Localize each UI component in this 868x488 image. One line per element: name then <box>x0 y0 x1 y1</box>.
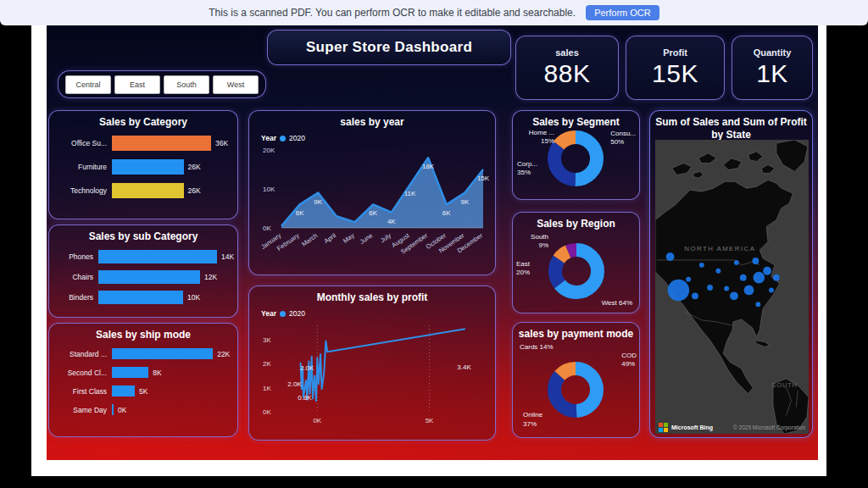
y-axis-tick: 3K <box>263 336 271 344</box>
sales-by-year-chart: 20K10K0K6K9K6K4K11K18K6K9K15KJanuaryFebr… <box>253 143 493 272</box>
data-label: 6K <box>442 209 451 217</box>
bar[interactable] <box>98 270 200 284</box>
donut-label: East20% <box>516 260 530 278</box>
map-bubble[interactable] <box>740 274 747 281</box>
map-bubble[interactable] <box>724 286 729 291</box>
bar-category-label: Standard ... <box>54 350 112 358</box>
map-bubble[interactable] <box>692 292 698 299</box>
map-bubble[interactable] <box>769 287 774 292</box>
x-axis-tick: May <box>342 231 356 245</box>
bar-row: Phones14K <box>49 250 237 263</box>
map-bubble[interactable] <box>715 269 721 274</box>
bar-value-label: 14K <box>221 252 234 261</box>
bar-row: Furniture26K <box>49 159 237 175</box>
map-copyright: © 2025 Microsoft Corporation <box>733 424 805 430</box>
monthly-sales-by-profit-chart: 0K5K3K2K1K0K2.0K2.0K0.8K3.4K <box>253 322 493 437</box>
pdf-page: Super Store Dashboard sales 88K Profit 1… <box>31 25 826 476</box>
map-bubble[interactable] <box>666 252 675 261</box>
donut-label: West 64% <box>602 299 632 308</box>
map-bubble[interactable] <box>773 274 780 281</box>
bar[interactable] <box>98 291 183 304</box>
map-bubble[interactable] <box>753 272 765 284</box>
bar[interactable] <box>112 348 213 359</box>
map-bubble[interactable] <box>668 280 689 302</box>
card-sales-by-segment: Sales by Segment Consu...50%Corp...35%Ho… <box>512 110 640 200</box>
bar[interactable] <box>112 136 211 151</box>
map-bubble[interactable] <box>752 258 759 264</box>
map-label-south: SOUTH <box>771 381 798 389</box>
sales-by-payment-mode-donut <box>542 356 609 424</box>
data-label: 6K <box>369 209 377 217</box>
bar-row: Technology26K <box>49 183 237 198</box>
slicer-button-west[interactable]: West <box>213 75 259 94</box>
legend-year: 2020 <box>289 134 305 142</box>
map-bubble[interactable] <box>744 286 754 296</box>
kpi-label: sales <box>555 47 579 58</box>
chart-title: Monthly sales by profit <box>249 286 495 303</box>
data-label: 4K <box>387 218 396 225</box>
sales-by-region-donut <box>542 237 610 305</box>
map-label-north-america: NORTH AMERICA <box>684 245 755 252</box>
map-bubble[interactable] <box>707 285 713 291</box>
profit-line <box>301 329 465 401</box>
donut-label: COD49% <box>621 352 637 369</box>
chart-title: Sales by Category <box>49 111 237 128</box>
slicer-button-central[interactable]: Central <box>65 75 111 94</box>
kpi-card-quantity: Quantity 1K <box>732 36 813 100</box>
perform-ocr-button[interactable]: Perform OCR <box>586 5 659 20</box>
y-axis-tick: 1K <box>263 385 271 392</box>
bar-category-label: First Class <box>54 387 112 396</box>
map-bubble[interactable] <box>755 302 760 307</box>
bar[interactable] <box>112 367 148 378</box>
x-axis-tick: March <box>300 231 319 247</box>
bar-category-label: Office Su... <box>54 139 112 147</box>
map-bubble[interactable] <box>763 267 771 275</box>
map-bubble[interactable] <box>734 260 739 265</box>
microsoft-bing-logo-icon <box>659 423 668 432</box>
bing-logo-text: Microsoft Bing <box>671 424 713 430</box>
bar-value-label: 26K <box>188 186 201 195</box>
bar-row: Office Su...36K <box>49 136 237 151</box>
data-label: 9K <box>314 198 322 206</box>
donut-label: South9% <box>518 233 548 251</box>
map-bubble[interactable] <box>686 277 691 282</box>
bar[interactable] <box>112 385 135 396</box>
chart-title: sales by payment mode <box>513 323 639 340</box>
bar-category-label: Furniture <box>54 163 112 171</box>
bar[interactable] <box>112 159 184 175</box>
bar-value-label: 0K <box>118 406 126 414</box>
map-bubble[interactable] <box>730 291 738 300</box>
legend-dot-icon <box>280 311 286 317</box>
bing-map[interactable]: NORTH AMERICA SOUTH Microsoft Bing © 202… <box>655 140 809 434</box>
data-label: 18K <box>422 163 435 170</box>
kpi-value: 1K <box>756 59 788 88</box>
slicer-button-south[interactable]: South <box>164 75 209 94</box>
legend-year: 2020 <box>289 309 305 318</box>
bar[interactable] <box>112 404 114 415</box>
bar-value-label: 5K <box>139 387 147 396</box>
region-slicer: Central East South West <box>58 70 266 98</box>
chart-legend: Year 2020 <box>261 134 305 142</box>
bar-category-label: Same Day <box>54 406 112 414</box>
chart-title: Sales by sub Category <box>49 225 237 242</box>
map-bubble[interactable] <box>699 263 704 268</box>
bar-row: Binders10K <box>49 291 237 304</box>
bar-row: Second Cl...8K <box>49 367 237 378</box>
card-sales-by-region: Sales by Region West 64%East20%South9% <box>512 212 640 313</box>
donut-label: Online37% <box>523 411 542 429</box>
data-label: 15K <box>477 175 490 182</box>
slicer-button-east[interactable]: East <box>114 75 160 94</box>
kpi-label: Profit <box>663 47 687 58</box>
bar[interactable] <box>112 183 184 198</box>
chart-title: sales by year <box>249 111 495 128</box>
bar[interactable] <box>98 250 217 263</box>
bar-row: Standard ...22K <box>49 348 237 359</box>
dashboard-title-box: Super Store Dashboard <box>267 30 511 65</box>
card-sales-by-category: Sales by Category Office Su...36KFurnitu… <box>48 110 238 219</box>
map-attribution: Microsoft Bing © 2025 Microsoft Corporat… <box>655 420 809 434</box>
bar-value-label: 10K <box>187 293 200 302</box>
legend-label: Year <box>261 309 276 318</box>
svg-text:20K: 20K <box>263 147 275 154</box>
x-axis-tick: 5K <box>426 417 434 424</box>
svg-text:0K: 0K <box>263 225 271 232</box>
